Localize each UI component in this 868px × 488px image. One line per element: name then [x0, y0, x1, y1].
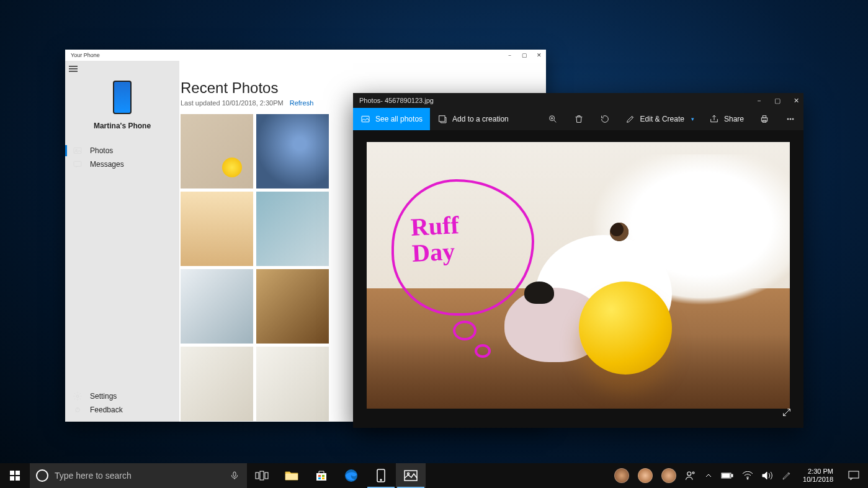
nav-item-settings-label: Settings — [90, 392, 117, 401]
notification-icon — [848, 471, 859, 481]
edge-icon — [344, 469, 358, 482]
edit-icon — [625, 114, 635, 124]
add-creation-icon — [437, 114, 447, 124]
share-icon — [709, 114, 719, 124]
photo-thumbnail[interactable] — [256, 269, 329, 344]
battery-icon — [721, 472, 733, 479]
ink-workspace-button[interactable] — [782, 471, 792, 481]
action-center-button[interactable] — [844, 471, 863, 481]
svg-rect-18 — [285, 474, 298, 480]
your-phone-window-controls: － ▢ ✕ — [506, 52, 542, 58]
svg-point-28 — [408, 473, 409, 475]
more-icon — [785, 114, 795, 124]
file-explorer-button[interactable] — [277, 463, 306, 488]
photo-thumbnail[interactable] — [181, 192, 253, 266]
svg-rect-20 — [318, 475, 321, 477]
delete-button[interactable] — [566, 108, 592, 130]
photo-thumbnail[interactable] — [181, 269, 253, 344]
zoom-button[interactable] — [540, 108, 566, 130]
svg-rect-21 — [322, 475, 324, 477]
nav-item-messages[interactable]: Messages — [65, 157, 179, 171]
close-button[interactable]: ✕ — [792, 97, 800, 104]
photo-thumbnail[interactable] — [256, 347, 329, 421]
people-avatar[interactable] — [661, 468, 676, 483]
svg-rect-32 — [732, 474, 733, 477]
photos-app-icon — [404, 470, 418, 481]
minimize-button[interactable]: － — [755, 97, 763, 104]
svg-rect-6 — [439, 116, 445, 122]
svg-rect-16 — [260, 471, 264, 480]
maximize-button[interactable]: ▢ — [521, 52, 527, 58]
microsoft-store-button[interactable] — [306, 463, 336, 488]
photo-thumbnail[interactable] — [181, 114, 253, 189]
nav-item-photos-label: Photos — [90, 146, 113, 155]
print-button[interactable] — [751, 108, 777, 130]
chevron-up-icon — [705, 472, 712, 479]
your-phone-titlebar[interactable]: Your Phone － ▢ ✕ — [65, 50, 546, 61]
people-button[interactable] — [685, 470, 696, 481]
svg-rect-22 — [318, 477, 321, 479]
gallery-icon — [360, 114, 370, 124]
nav-item-photos[interactable]: Photos — [65, 144, 179, 157]
clock[interactable]: 2:30 PM 10/1/2018 — [800, 468, 836, 484]
photo-canvas[interactable]: Ruff Day — [353, 130, 803, 428]
search-box[interactable]: Type here to search — [30, 463, 247, 488]
volume-icon — [762, 471, 773, 481]
close-button[interactable]: ✕ — [536, 52, 542, 58]
photo-thumbnail[interactable] — [256, 114, 329, 189]
see-all-photos-label: See all photos — [375, 115, 423, 123]
gear-icon — [73, 391, 83, 401]
fullscreen-button[interactable] — [779, 404, 795, 420]
share-label: Share — [724, 115, 744, 123]
nav-item-feedback[interactable]: Feedback — [65, 403, 179, 417]
photos-viewer-window-controls: － ▢ ✕ — [755, 97, 800, 104]
start-button[interactable] — [0, 463, 30, 488]
edge-browser-button[interactable] — [336, 463, 366, 488]
volume-indicator[interactable] — [762, 471, 773, 481]
svg-rect-23 — [322, 477, 324, 479]
svg-point-3 — [76, 395, 79, 397]
task-view-button[interactable] — [247, 463, 277, 488]
task-view-icon — [255, 471, 269, 481]
maximize-button[interactable]: ▢ — [774, 97, 781, 104]
phone-name-label: Martina's Phone — [94, 122, 151, 130]
photos-app-taskbar-button[interactable] — [396, 463, 426, 488]
refresh-link[interactable]: Refresh — [290, 99, 314, 107]
svg-rect-9 — [763, 116, 766, 118]
share-button[interactable]: Share — [702, 108, 751, 130]
clock-date: 10/1/2018 — [803, 476, 833, 484]
photo-thumbnail[interactable] — [256, 192, 329, 266]
edit-create-button[interactable]: Edit & Create ▾ — [618, 108, 702, 130]
photos-icon — [73, 146, 83, 156]
add-to-creation-label: Add to a creation — [452, 115, 509, 123]
add-to-creation-button[interactable]: Add to a creation — [430, 108, 516, 130]
more-button[interactable] — [777, 108, 803, 130]
photo-thumbnail[interactable] — [181, 347, 253, 421]
trash-icon — [574, 114, 584, 124]
store-icon — [315, 469, 328, 482]
ink-text-annotation: Ruff Day — [410, 212, 461, 267]
hamburger-button[interactable] — [65, 63, 179, 74]
svg-rect-14 — [233, 472, 236, 476]
svg-rect-17 — [265, 472, 268, 479]
wifi-indicator[interactable] — [742, 471, 753, 480]
rotate-button[interactable] — [592, 108, 618, 130]
nav-item-settings[interactable]: Settings — [65, 389, 179, 403]
print-icon — [759, 114, 769, 124]
your-phone-title: Your Phone — [69, 52, 100, 58]
see-all-photos-button[interactable]: See all photos — [353, 108, 430, 130]
last-updated-label: Last updated 10/01/2018, 2:30PM — [181, 99, 284, 107]
svg-rect-8 — [761, 118, 767, 121]
people-avatar[interactable] — [638, 468, 653, 483]
battery-indicator[interactable] — [721, 472, 733, 479]
photos-viewer-titlebar[interactable]: Photos- 4567890123.jpg － ▢ ✕ — [353, 93, 803, 108]
messages-icon — [73, 159, 83, 169]
minimize-button[interactable]: － — [506, 52, 512, 58]
your-phone-taskbar-button[interactable] — [366, 463, 396, 488]
svg-point-26 — [380, 479, 382, 481]
svg-rect-35 — [849, 471, 859, 478]
tray-overflow-button[interactable] — [705, 472, 712, 479]
people-avatar[interactable] — [614, 468, 629, 483]
wifi-icon — [742, 471, 753, 480]
microphone-icon[interactable] — [230, 471, 239, 481]
